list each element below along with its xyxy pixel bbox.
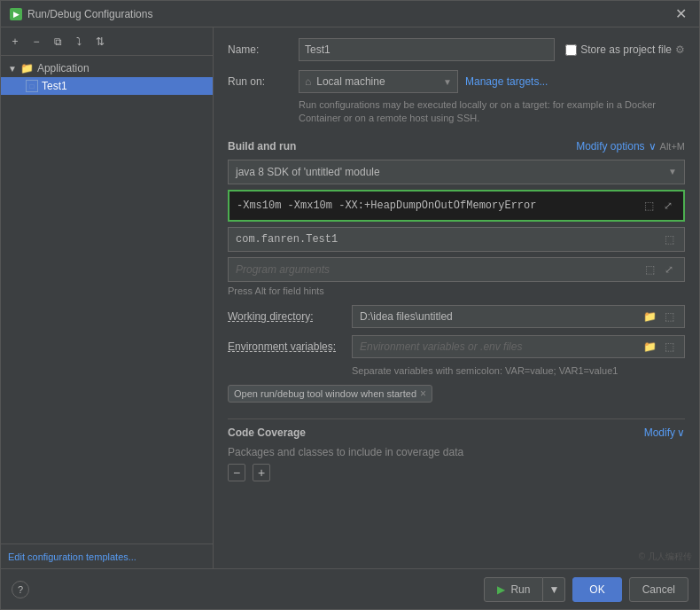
coverage-hint: Packages and classes to include in cover… — [228, 446, 685, 458]
local-machine-label: Local machine — [316, 75, 385, 88]
add-config-button[interactable]: + — [6, 33, 24, 51]
group-arrow-icon: ▼ — [8, 64, 17, 74]
coverage-modify-arrow-icon: ∨ — [677, 426, 685, 439]
modify-options-button[interactable]: Modify options ∨ Alt+M — [576, 140, 685, 152]
working-dir-field[interactable]: D:\idea files\untitled 📁 ⬚ — [352, 305, 685, 328]
program-args-copy-icon[interactable]: ⬚ — [642, 262, 657, 278]
dialog-title: Run/Debug Configurations — [27, 8, 152, 20]
env-vars-label: Environment variables: — [228, 340, 352, 353]
run-debug-dialog: ▶ Run/Debug Configurations ✕ + − ⧉ ⤵ ⇅ ▼… — [0, 0, 700, 610]
run-on-select[interactable]: ⌂ Local machine ▼ — [299, 70, 458, 93]
cancel-button[interactable]: Cancel — [629, 577, 688, 602]
footer-left: ? — [12, 581, 29, 598]
title-bar: ▶ Run/Debug Configurations ✕ — [1, 1, 699, 27]
main-content: + − ⧉ ⤵ ⇅ ▼ 📁 Application □ Test1 Edit c… — [1, 27, 699, 568]
working-dir-row: Working directory: D:\idea files\untitle… — [228, 305, 685, 328]
env-vars-folder-icon[interactable]: 📁 — [642, 339, 657, 355]
remove-config-button[interactable]: − — [27, 33, 45, 51]
run-on-row: Run on: ⌂ Local machine ▼ Manage targets… — [228, 70, 685, 93]
program-args-expand-icon[interactable]: ⤢ — [661, 262, 677, 278]
vm-options-text: -Xms10m -Xmx10m -XX:+HeapDumpOnOutOfMemo… — [237, 199, 641, 212]
sdk-label: java 8 SDK of 'untitled' module — [236, 166, 380, 178]
main-class-text: com.fanren.Test1 — [236, 233, 338, 246]
config-icon: □ — [26, 80, 38, 92]
home-icon: ⌂ — [305, 75, 311, 88]
run-button[interactable]: ▶ Run — [484, 577, 543, 602]
run-on-label: Run on: — [228, 75, 299, 88]
dialog-footer: ? ▶ Run ▼ OK Cancel — [1, 568, 699, 609]
modify-options-label: Modify options — [576, 140, 644, 152]
modify-options-arrow-icon: ∨ — [649, 140, 657, 152]
chip-label: Open run/debug tool window when started — [234, 388, 416, 399]
vm-copy-icon[interactable]: ⬚ — [641, 198, 657, 214]
coverage-add-button[interactable]: + — [253, 464, 270, 481]
manage-targets-link[interactable]: Manage targets... — [465, 75, 548, 88]
sdk-dropdown-icon: ▼ — [668, 167, 677, 176]
run-play-icon: ▶ — [497, 583, 505, 596]
field-hint: Press Alt for field hints — [228, 285, 685, 296]
sidebar-item-test1[interactable]: □ Test1 — [1, 77, 213, 95]
watermark: © 几人编程传 — [639, 551, 692, 563]
program-args-icons: ⬚ ⤢ — [642, 262, 677, 278]
name-label: Name: — [228, 43, 299, 56]
tool-window-chip: Open run/debug tool window when started … — [228, 385, 685, 411]
ok-button[interactable]: OK — [572, 577, 621, 602]
sdk-select[interactable]: java 8 SDK of 'untitled' module ▼ — [228, 160, 685, 184]
sidebar-toolbar: + − ⧉ ⤵ ⇅ — [1, 27, 213, 56]
store-project-checkbox[interactable] — [565, 44, 577, 56]
env-vars-placeholder: Environment variables or .env files — [360, 340, 522, 353]
vm-expand-icon[interactable]: ⤢ — [660, 198, 676, 214]
env-vars-field[interactable]: Environment variables or .env files 📁 ⬚ — [352, 335, 685, 358]
copy-config-button[interactable]: ⧉ — [49, 33, 66, 51]
coverage-modify-button[interactable]: Modify ∨ — [644, 426, 685, 439]
working-dir-copy-icon[interactable]: ⬚ — [661, 309, 677, 325]
vm-options-field[interactable]: -Xms10m -Xmx10m -XX:+HeapDumpOnOutOfMemo… — [228, 190, 685, 222]
shortcut-hint: Alt+M — [660, 141, 685, 152]
build-run-section-header: Build and run Modify options ∨ Alt+M — [228, 140, 685, 152]
settings-icon: ⚙ — [675, 43, 685, 56]
code-coverage-title: Code Coverage — [228, 426, 306, 439]
sort-button[interactable]: ⇅ — [91, 33, 109, 51]
env-vars-copy-icon[interactable]: ⬚ — [661, 339, 677, 355]
working-dir-value: D:\idea files\untitled — [360, 310, 453, 323]
working-dir-folder-icon[interactable]: 📁 — [642, 309, 657, 325]
dialog-icon: ▶ — [10, 8, 22, 20]
run-hint: Run configurations may be executed local… — [299, 98, 685, 126]
store-project-row: Store as project file ⚙ — [565, 43, 685, 56]
sidebar-group-application[interactable]: ▼ 📁 Application — [1, 59, 213, 77]
move-into-button[interactable]: ⤵ — [70, 33, 88, 51]
close-button[interactable]: ✕ — [672, 5, 690, 22]
dropdown-arrow-icon: ▼ — [443, 77, 452, 87]
sidebar: + − ⧉ ⤵ ⇅ ▼ 📁 Application □ Test1 Edit c… — [1, 27, 214, 568]
coverage-modify-label: Modify — [644, 426, 675, 439]
coverage-remove-button[interactable]: − — [228, 464, 245, 481]
name-row: Name: Store as project file ⚙ — [228, 38, 685, 61]
program-args-placeholder: Program arguments — [236, 263, 330, 276]
env-vars-hint: Separate variables with semicolon: VAR=v… — [352, 365, 685, 376]
build-run-title: Build and run — [228, 140, 296, 152]
run-button-group: ▶ Run ▼ — [484, 577, 565, 602]
sidebar-group-label: Application — [37, 62, 89, 74]
env-vars-row: Environment variables: Environment varia… — [228, 335, 685, 358]
sidebar-item-label: Test1 — [42, 80, 67, 92]
chip-tag: Open run/debug tool window when started … — [228, 385, 432, 403]
edit-templates-link[interactable]: Edit configuration templates... — [8, 551, 136, 562]
working-dir-label-text: Working directory: — [228, 310, 313, 323]
vm-options-icons: ⬚ ⤢ — [641, 198, 676, 214]
sidebar-footer: Edit configuration templates... — [1, 544, 213, 568]
sidebar-tree: ▼ 📁 Application □ Test1 — [1, 56, 213, 544]
code-coverage-header: Code Coverage Modify ∨ — [228, 426, 685, 439]
coverage-controls: − + — [228, 464, 685, 481]
footer-right: ▶ Run ▼ OK Cancel — [484, 577, 688, 602]
program-args-field[interactable]: Program arguments ⬚ ⤢ — [228, 257, 685, 282]
main-class-field[interactable]: com.fanren.Test1 ⬚ — [228, 227, 685, 252]
main-class-browse-icon[interactable]: ⬚ — [661, 231, 677, 247]
run-button-label: Run — [510, 583, 530, 596]
chip-close-button[interactable]: × — [420, 387, 426, 400]
help-button[interactable]: ? — [12, 581, 29, 598]
run-dropdown-button[interactable]: ▼ — [543, 577, 565, 602]
name-input[interactable] — [299, 38, 555, 61]
divider — [228, 418, 685, 419]
store-project-label: Store as project file — [580, 43, 672, 56]
right-panel: Name: Store as project file ⚙ Run on: ⌂ … — [214, 27, 699, 568]
